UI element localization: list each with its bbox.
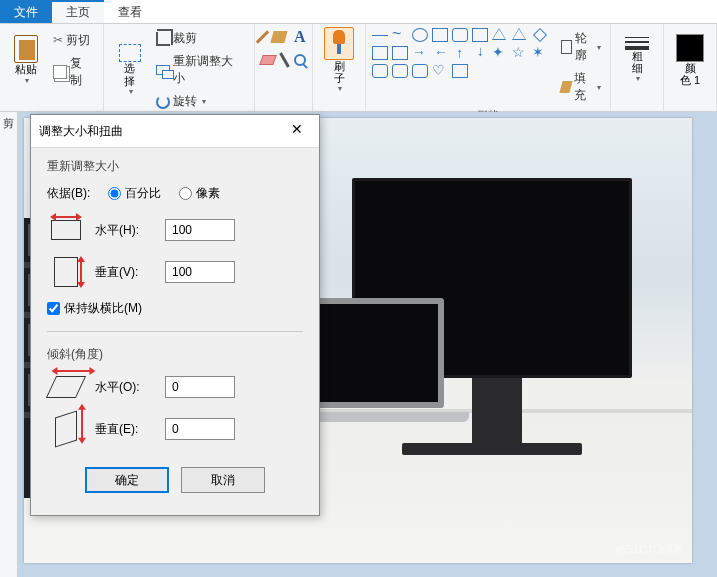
- resize-v-label: 垂直(V):: [95, 264, 155, 281]
- color1-label: 颜 色 1: [680, 62, 700, 86]
- resize-horizontal-icon: [47, 216, 85, 244]
- shape-triangle-icon[interactable]: [492, 28, 506, 40]
- ribbon-group-brushes: 刷 子: [313, 24, 366, 111]
- shapes-gallery[interactable]: ✦ ☆ ✶ ♡: [372, 28, 550, 80]
- resize-label: 重新调整大小: [173, 53, 245, 87]
- resize-button[interactable]: 重新调整大小: [153, 51, 248, 89]
- menubar: 文件 主页 查看: [0, 0, 717, 24]
- stroke-width-button[interactable]: 粗 细: [617, 28, 657, 92]
- shape-hexagon-icon[interactable]: [392, 46, 408, 60]
- shape-star5-icon[interactable]: ☆: [512, 46, 528, 60]
- menu-view[interactable]: 查看: [104, 0, 156, 23]
- shape-callout-round-icon[interactable]: [372, 64, 388, 78]
- copy-icon: [53, 65, 67, 79]
- brushes-label: 刷 子: [334, 60, 345, 84]
- dialog-separator: [47, 331, 303, 332]
- shape-oval-icon[interactable]: [412, 28, 428, 42]
- shape-star6-icon[interactable]: ✶: [532, 46, 548, 60]
- crop-button[interactable]: 裁剪: [153, 28, 248, 49]
- stroke-label: 粗 细: [632, 50, 643, 74]
- keep-ratio-input[interactable]: [47, 302, 60, 315]
- paste-icon: [14, 35, 38, 63]
- scissors-icon: ✂: [53, 33, 63, 47]
- fill-label: 填充: [574, 70, 592, 104]
- pencil-icon[interactable]: [256, 30, 269, 43]
- shape-callout-cloud-icon[interactable]: [412, 64, 428, 78]
- fill-bucket-icon: [559, 81, 573, 93]
- shape-lightning-icon[interactable]: [452, 64, 468, 78]
- skew-fieldset: 倾斜(角度) 水平(O): 垂直(E):: [47, 346, 303, 443]
- resize-fieldset: 重新调整大小 依据(B): 百分比 像素 水平(H): 垂直(V): 保持纵横比…: [47, 158, 303, 317]
- crop-icon: [156, 32, 170, 46]
- group-label-tools: [261, 97, 306, 109]
- paste-label: 粘贴: [15, 63, 37, 75]
- shape-rect-icon[interactable]: [432, 28, 448, 42]
- skew-v-input[interactable]: [165, 418, 235, 440]
- resize-v-input[interactable]: [165, 261, 235, 283]
- text-icon[interactable]: A: [294, 28, 306, 46]
- ok-button[interactable]: 确定: [85, 467, 169, 493]
- keep-ratio-checkbox[interactable]: 保持纵横比(M): [47, 300, 303, 317]
- rotate-button[interactable]: 旋转: [153, 91, 248, 112]
- shape-curve-icon[interactable]: [392, 28, 408, 42]
- magnifier-icon[interactable]: [294, 54, 306, 66]
- shape-arrow-left-icon[interactable]: [432, 46, 448, 60]
- shape-heart-icon[interactable]: ♡: [432, 64, 448, 78]
- resize-icon: [156, 65, 170, 75]
- skew-horizontal-icon: [47, 373, 85, 401]
- color1-button[interactable]: 颜 色 1: [670, 28, 710, 92]
- skew-h-input[interactable]: [165, 376, 235, 398]
- copy-label: 复制: [70, 55, 94, 89]
- shape-polygon-icon[interactable]: [472, 28, 488, 42]
- fill-icon[interactable]: [270, 31, 287, 43]
- group-label-clipboard: [6, 97, 97, 109]
- skew-section-title: 倾斜(角度): [47, 346, 303, 363]
- shape-outline-button[interactable]: 轮廓: [558, 28, 604, 66]
- shape-fill-button[interactable]: 填充: [558, 68, 604, 106]
- shape-pentagon-icon[interactable]: [372, 46, 388, 60]
- menu-home[interactable]: 主页: [52, 0, 104, 23]
- resize-section-title: 重新调整大小: [47, 158, 303, 175]
- outline-icon: [561, 40, 572, 54]
- rotate-icon: [156, 95, 170, 109]
- resize-h-input[interactable]: [165, 219, 235, 241]
- shape-callout-rect-icon[interactable]: [392, 64, 408, 78]
- radio-percent-input[interactable]: [108, 187, 121, 200]
- dialog-title: 调整大小和扭曲: [39, 123, 123, 140]
- ribbon-group-clipboard: 粘贴 ✂ 剪切 复制: [0, 24, 104, 111]
- shape-arrow-right-icon[interactable]: [412, 46, 428, 60]
- ribbon-group-stroke: 粗 细: [611, 24, 664, 111]
- resize-skew-dialog: 调整大小和扭曲 ✕ 重新调整大小 依据(B): 百分比 像素 水平(H): 垂直…: [30, 114, 320, 516]
- shape-line-icon[interactable]: [372, 35, 388, 36]
- by-label: 依据(B):: [47, 185, 90, 202]
- radio-pixels[interactable]: 像素: [179, 185, 220, 202]
- shape-rtriangle-icon[interactable]: [512, 28, 526, 40]
- resize-h-label: 水平(H):: [95, 222, 155, 239]
- dialog-titlebar[interactable]: 调整大小和扭曲 ✕: [31, 115, 319, 148]
- dialog-close-button[interactable]: ✕: [283, 121, 311, 141]
- select-button[interactable]: 选 择: [110, 38, 150, 102]
- brushes-button[interactable]: 刷 子: [319, 28, 359, 92]
- shape-arrow-down-icon[interactable]: [473, 45, 487, 61]
- shape-star4-icon[interactable]: ✦: [492, 46, 508, 60]
- copy-button[interactable]: 复制: [50, 53, 97, 91]
- cut-button[interactable]: ✂ 剪切: [50, 30, 97, 51]
- watermark: @51CTO博客: [616, 542, 684, 557]
- eraser-icon[interactable]: [259, 55, 277, 65]
- skew-vertical-icon: [47, 415, 85, 443]
- paste-button[interactable]: 粘贴: [6, 28, 46, 92]
- cancel-button[interactable]: 取消: [181, 467, 265, 493]
- rotate-label: 旋转: [173, 93, 197, 110]
- menu-file[interactable]: 文件: [0, 0, 52, 23]
- radio-percent[interactable]: 百分比: [108, 185, 161, 202]
- radio-pixels-input[interactable]: [179, 187, 192, 200]
- shape-diamond-icon[interactable]: [533, 28, 547, 42]
- ribbon-group-image: 选 择 裁剪 重新调整大小 旋转: [104, 24, 255, 111]
- left-panel-strip: 剪: [0, 112, 18, 577]
- select-icon: [119, 44, 141, 62]
- shape-roundrect-icon[interactable]: [452, 28, 468, 42]
- skew-v-label: 垂直(E):: [95, 421, 155, 438]
- color-picker-icon[interactable]: [279, 52, 290, 67]
- shape-arrow-up-icon[interactable]: [453, 45, 467, 61]
- cut-label: 剪切: [66, 32, 90, 49]
